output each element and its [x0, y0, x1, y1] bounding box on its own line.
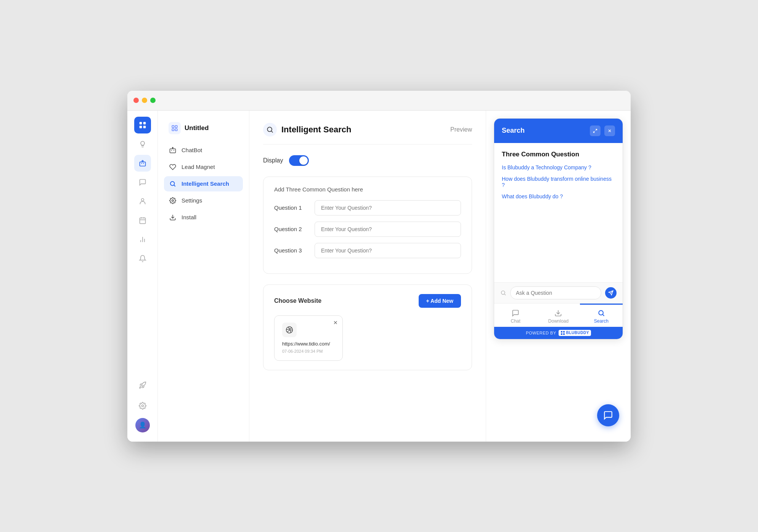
- questions-card: Add Three Common Question here Question …: [263, 177, 472, 274]
- question-input-1[interactable]: [315, 200, 461, 215]
- widget-question-2[interactable]: How does Blubuddy transform online busin…: [502, 176, 615, 188]
- svg-point-18: [267, 127, 272, 132]
- svg-point-16: [172, 199, 174, 201]
- website-url: https://www.tidio.com/: [282, 341, 335, 347]
- nav-item-install-label: Install: [181, 214, 196, 220]
- website-card-icon: [282, 323, 297, 337]
- sidebar-icon-settings[interactable]: [134, 397, 151, 414]
- svg-rect-13: [170, 149, 176, 153]
- widget-tab-search-label: Search: [594, 318, 609, 324]
- floating-chat-button[interactable]: [597, 404, 619, 426]
- footer-powered-text: POWERED BY: [526, 331, 556, 335]
- svg-rect-25: [561, 333, 562, 335]
- widget-expand-btn[interactable]: [590, 125, 601, 136]
- widget-search-input[interactable]: [510, 286, 601, 299]
- chat-widget: Search: [494, 118, 623, 339]
- svg-rect-24: [563, 331, 565, 333]
- question-input-3[interactable]: [315, 243, 461, 258]
- svg-point-8: [141, 405, 143, 407]
- nav-item-settings[interactable]: Settings: [164, 193, 243, 208]
- question-input-2[interactable]: [315, 222, 461, 237]
- sidebar-icon-rocket[interactable]: [134, 377, 151, 394]
- chatbot-icon: [169, 147, 178, 154]
- main-content: Intelligent Search Preview Display Add T…: [249, 111, 486, 442]
- sidebar-icon-chat[interactable]: [134, 174, 151, 191]
- question-label-3: Question 3: [274, 247, 308, 254]
- sidebar-icon-calendar[interactable]: [134, 212, 151, 229]
- choose-website-title: Choose Website: [274, 297, 321, 304]
- sidebar-icon-chart[interactable]: [134, 231, 151, 248]
- nav-item-intelligent-search-label: Intelligent Search: [181, 180, 229, 187]
- nav-item-intelligent-search[interactable]: Intelligent Search: [164, 176, 243, 191]
- minimize-button[interactable]: [142, 98, 147, 103]
- sidebar-icon-bulb[interactable]: [134, 136, 151, 153]
- website-date: 07-06-2024 09:34 PM: [282, 349, 335, 354]
- svg-point-22: [599, 310, 603, 315]
- widget-tab-chat-label: Chat: [511, 318, 520, 324]
- svg-point-6: [141, 198, 144, 201]
- nav-item-chatbot[interactable]: ChatBot: [164, 143, 243, 158]
- svg-point-15: [170, 182, 175, 186]
- display-toggle[interactable]: [289, 155, 309, 166]
- widget-tab-download-label: Download: [548, 318, 568, 324]
- question-label-1: Question 1: [274, 204, 308, 211]
- svg-rect-7: [140, 218, 145, 223]
- icon-sidebar: 👤: [127, 111, 158, 442]
- widget-tab-chat-icon: [512, 309, 519, 317]
- add-new-button[interactable]: + Add New: [419, 294, 461, 308]
- svg-rect-11: [172, 129, 174, 130]
- close-button[interactable]: [133, 98, 139, 103]
- widget-tab-download[interactable]: Download: [537, 304, 580, 327]
- app-body: 👤 Untitled: [127, 111, 631, 442]
- sidebar-icon-bell[interactable]: [134, 250, 151, 267]
- main-header: Intelligent Search Preview: [263, 123, 472, 145]
- svg-rect-2: [139, 125, 141, 128]
- preview-label: Preview: [450, 126, 472, 133]
- question-label-2: Question 2: [274, 226, 308, 232]
- sidebar-icon-bot[interactable]: [134, 155, 151, 172]
- svg-rect-9: [172, 125, 174, 127]
- svg-rect-10: [175, 125, 177, 127]
- svg-point-5: [142, 160, 143, 161]
- website-card-close[interactable]: ✕: [333, 320, 338, 326]
- widget-close-btn[interactable]: [604, 125, 615, 136]
- widget-header-title: Search: [502, 127, 525, 135]
- svg-rect-4: [140, 162, 145, 166]
- svg-rect-12: [175, 129, 177, 130]
- main-header-search-icon: [263, 123, 277, 137]
- choose-website-header: Choose Website + Add New: [274, 294, 461, 308]
- preview-panel: Search: [486, 111, 631, 442]
- question-row-3: Question 3: [274, 243, 461, 258]
- app-window: 👤 Untitled: [127, 91, 631, 442]
- left-nav-header-icon: [169, 122, 181, 134]
- user-avatar[interactable]: 👤: [135, 418, 150, 432]
- titlebar: [127, 91, 631, 111]
- widget-search-icon: [500, 290, 506, 296]
- widget-send-btn[interactable]: [605, 287, 617, 299]
- sidebar-icon-grid[interactable]: [134, 117, 151, 133]
- choose-website-card: Choose Website + Add New ✕ https://www.t…: [263, 284, 472, 370]
- install-icon: [169, 214, 178, 221]
- widget-tab-download-icon: [554, 309, 562, 317]
- maximize-button[interactable]: [150, 98, 156, 103]
- nav-item-install[interactable]: Install: [164, 210, 243, 225]
- lead-magnet-icon: [169, 164, 178, 170]
- widget-tab-search[interactable]: Search: [580, 304, 623, 327]
- traffic-lights: [133, 98, 156, 103]
- nav-item-chatbot-label: ChatBot: [181, 147, 202, 153]
- widget-question-1[interactable]: Is Blubuddy a Technology Company ?: [502, 164, 615, 170]
- intelligent-search-icon: [169, 180, 178, 187]
- main-title: Intelligent Search: [281, 125, 351, 135]
- footer-logo: BLUBUDDY: [559, 330, 591, 336]
- widget-tab-chat[interactable]: Chat: [494, 304, 537, 327]
- svg-rect-1: [143, 122, 145, 124]
- left-nav-title: Untitled: [185, 124, 209, 132]
- questions-card-title: Add Three Common Question here: [274, 186, 461, 193]
- footer-brand-name: BLUBUDDY: [566, 331, 589, 335]
- sidebar-icon-user[interactable]: [134, 193, 151, 210]
- toggle-knob: [299, 156, 308, 165]
- widget-header: Search: [494, 119, 623, 143]
- widget-question-3[interactable]: What does Blubuddy do ?: [502, 193, 615, 199]
- widget-search-bar: [494, 282, 623, 303]
- nav-item-lead-magnet[interactable]: Lead Magnet: [164, 159, 243, 175]
